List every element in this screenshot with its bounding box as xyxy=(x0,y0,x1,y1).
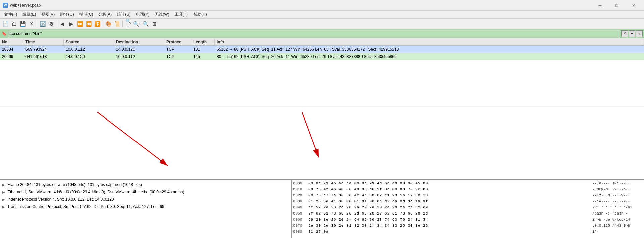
filter-input[interactable] xyxy=(8,30,620,37)
close-button[interactable]: ✕ xyxy=(626,0,641,11)
table-row[interactable]: 20684669.79392410.0.0.11214.0.0.120TCP13… xyxy=(0,46,644,53)
toolbar-btn-zoom-in[interactable]: 🔍+ xyxy=(124,20,132,28)
hex-offset: 0030 xyxy=(293,199,308,203)
toolbar-btn-open[interactable]: 🗂 xyxy=(10,20,18,28)
hex-bytes: 01 f6 6a 41 00 00 01 01 08 0a d2 ea 0d 3… xyxy=(308,199,589,203)
hex-bytes: fc 52 2a 20 2a 20 2a 20 2a 20 2a 20 2a 2… xyxy=(308,205,589,209)
detail-text: Transmission Control Protocol, Src Port:… xyxy=(7,204,164,209)
menu-item[interactable]: 视图(V) xyxy=(39,11,57,18)
toolbar-btn-last[interactable]: ⏬ xyxy=(93,20,101,28)
hex-ascii: /bash -c 'bash - xyxy=(589,211,643,216)
hex-row: 006069 20 3e 26 20 2f 64 65 76 2f 74 63 … xyxy=(292,217,644,223)
hex-ascii: ·x·z·PLM ····V··· xyxy=(589,193,643,197)
hex-offset: 0080 xyxy=(293,230,308,234)
toolbar-btn-back[interactable]: ◀ xyxy=(58,20,66,28)
title-bar: W web+server.pcap ─ □ ✕ xyxy=(0,0,644,11)
toolbar-btn-zoom-out[interactable]: 🔍- xyxy=(133,20,141,28)
hex-offset: 0020 xyxy=(293,193,308,197)
expand-icon: ▶ xyxy=(1,190,6,194)
table-row[interactable]: 20666641.96161814.0.0.12010.0.0.112TCP14… xyxy=(0,53,644,60)
detail-text: Internet Protocol Version 4, Src: 10.0.0… xyxy=(7,197,114,202)
detail-row[interactable]: ▶Internet Protocol Version 4, Src: 10.0.… xyxy=(0,196,291,203)
window-title: web+server.pcap xyxy=(10,3,41,8)
hex-offset: 0060 xyxy=(293,218,308,222)
toolbar-btn-colorize[interactable]: 🎨 xyxy=(104,20,112,28)
toolbar-btn-close[interactable]: ✕ xyxy=(28,20,36,28)
hex-bytes: 00 0c 29 4b ae ba 00 0c 29 4d 6a d0 08 0… xyxy=(308,181,589,185)
content-middle xyxy=(0,105,644,179)
filter-history-button[interactable]: ▼ xyxy=(629,30,635,37)
bottom-section: ▶Frame 20684: 131 bytes on wire (1048 bi… xyxy=(0,179,644,238)
hex-row: 000000 0c 29 4b ae ba 00 0c 29 4d 6a d0 … xyxy=(292,180,644,186)
toolbar: 📄 🗂 💾 ✕ 🔄 ⚙ ◀ ▶ ⏩ ⏪ ⏬ 🎨 📜 🔍+ 🔍- 🔍 ⊞ xyxy=(0,19,644,29)
hex-ascii: ··)K···· )Mj···E· xyxy=(589,181,643,185)
hex-bytes: 31 27 0a xyxy=(308,230,589,234)
detail-text: Frame 20684: 131 bytes on wire (1048 bit… xyxy=(7,182,142,187)
packet-rows-container: 20684669.79392410.0.0.11214.0.0.120TCP13… xyxy=(0,46,644,60)
expand-icon: ▶ xyxy=(1,197,6,202)
hex-row: 0040fc 52 2a 20 2a 20 2a 20 2a 20 2a 20 … xyxy=(292,204,644,210)
hex-bytes: 69 20 3e 26 20 2f 64 65 76 2f 74 63 70 2… xyxy=(308,218,589,222)
hex-panel: 000000 0c 29 4b ae ba 00 0c 29 4d 6a d0 … xyxy=(292,180,644,238)
toolbar-btn-autoscroll[interactable]: 📜 xyxy=(113,20,121,28)
menu-item[interactable]: 文件(F) xyxy=(1,11,20,18)
detail-panel: ▶Frame 20684: 131 bytes on wire (1048 bi… xyxy=(0,180,292,238)
minimize-button[interactable]: ─ xyxy=(592,0,608,11)
toolbar-btn-capture-options[interactable]: ⚙ xyxy=(47,20,55,28)
hex-row: 001000 75 4f 46 40 00 40 06 d6 3f 0a 00 … xyxy=(292,186,644,192)
menu-item[interactable]: 编辑(E) xyxy=(20,11,39,18)
hex-offset: 0040 xyxy=(293,205,308,209)
packet-cell: 10.0.0.112 xyxy=(64,46,114,52)
hex-offset: 0050 xyxy=(293,211,308,216)
packet-cell: 10.0.0.112 xyxy=(114,54,164,60)
filter-controls: ✕ ▼ + xyxy=(621,30,643,37)
hex-ascii: ·uOF@·@· ·?···p·· xyxy=(589,187,643,191)
packet-cell: 14.0.0.120 xyxy=(114,46,164,52)
menu-item[interactable]: 工具(T) xyxy=(172,11,191,18)
toolbar-btn-zoom-reset[interactable]: 🔍 xyxy=(142,20,150,28)
toolbar-btn-reload[interactable]: 🔄 xyxy=(39,20,47,28)
toolbar-btn-goto[interactable]: ⏩ xyxy=(76,20,84,28)
filter-add-button[interactable]: + xyxy=(636,30,643,37)
packet-list: No. Time Source Destination Protocol Len… xyxy=(0,38,644,105)
toolbar-btn-forward[interactable]: ▶ xyxy=(67,20,75,28)
header-time: Time xyxy=(23,39,64,45)
detail-text: Ethernet II, Src: VMware_4d:6a:d0 (00:0c… xyxy=(7,190,184,194)
menu-item[interactable]: 电话(Y) xyxy=(133,11,152,18)
header-protocol: Protocol xyxy=(164,39,191,45)
packet-cell: 80 → 55162 [PSH, ACK] Seq=20 Ack=11 Win=… xyxy=(215,54,644,60)
menu-bar: 文件(F)编辑(E)视图(V)跳转(G)捕获(C)分析(A)统计(S)电话(Y)… xyxy=(0,11,644,19)
detail-row[interactable]: ▶Frame 20684: 131 bytes on wire (1048 bi… xyxy=(0,181,291,188)
header-source: Source xyxy=(64,39,114,45)
menu-item[interactable]: 跳转(G) xyxy=(57,11,76,18)
title-bar-controls: ─ □ ✕ xyxy=(592,0,641,11)
maximize-button[interactable]: □ xyxy=(609,0,625,11)
detail-row[interactable]: ▶Transmission Control Protocol, Src Port… xyxy=(0,203,291,210)
packet-cell: 669.793924 xyxy=(23,46,64,52)
menu-item[interactable]: 统计(S) xyxy=(114,11,133,18)
toolbar-sep-4 xyxy=(122,20,123,27)
hex-ascii: .0.0.120 /443 0>& xyxy=(589,224,643,228)
expand-icon: ▶ xyxy=(1,204,6,209)
toolbar-sep-1 xyxy=(37,20,37,27)
menu-item[interactable]: 无线(W) xyxy=(152,11,172,18)
svg-line-2 xyxy=(97,112,168,166)
filter-clear-button[interactable]: ✕ xyxy=(621,30,628,37)
menu-item[interactable]: 帮助(H) xyxy=(191,11,210,18)
toolbar-btn-resize[interactable]: ⊞ xyxy=(150,20,158,28)
packet-cell: TCP xyxy=(164,46,191,52)
arrows-svg xyxy=(0,105,644,179)
toolbar-btn-first[interactable]: ⏪ xyxy=(85,20,93,28)
hex-ascii: ··jA···· ·····<·· xyxy=(589,199,643,203)
detail-row[interactable]: ▶Ethernet II, Src: VMware_4d:6a:d0 (00:0… xyxy=(0,188,291,196)
toolbar-btn-save[interactable]: 💾 xyxy=(19,20,27,28)
toolbar-sep-3 xyxy=(103,20,103,27)
toolbar-btn-new[interactable]: 📄 xyxy=(1,20,9,28)
hex-row: 002000 78 d7 7a 00 50 4c 4d 88 02 e1 93 … xyxy=(292,192,644,198)
svg-line-3 xyxy=(302,112,319,157)
header-no: No. xyxy=(0,39,23,45)
menu-item[interactable]: 分析(A) xyxy=(96,11,114,18)
menu-item[interactable]: 捕获(C) xyxy=(77,11,96,18)
hex-offset: 0000 xyxy=(293,181,308,185)
packet-cell: 20684 xyxy=(0,46,23,52)
